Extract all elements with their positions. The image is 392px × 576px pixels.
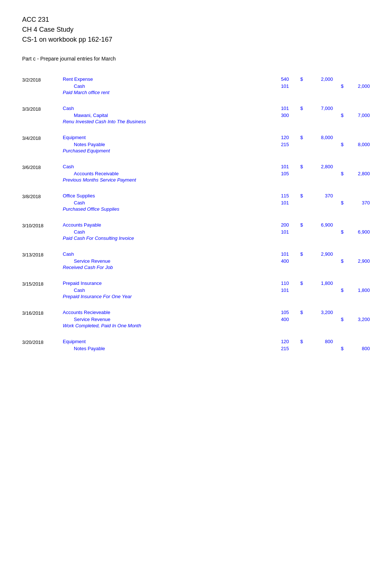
- entry-description-row: Paid March office rent: [22, 90, 370, 95]
- account-ref: 540: [274, 76, 296, 82]
- account-ref: 120: [274, 135, 296, 140]
- entry-description: Paid March office rent: [63, 90, 109, 95]
- account-ref: 400: [274, 258, 296, 264]
- account-ref: 101: [274, 83, 296, 89]
- account-ref: 101: [274, 229, 296, 235]
- description-spacer: [22, 119, 63, 124]
- entry-date: [22, 142, 63, 142]
- entry-row: 3/3/2018Cash101$7,000: [22, 106, 370, 112]
- page-header: ACC 231 CH 4 Case Study CS-1 on workbook…: [22, 15, 370, 45]
- credit-dollar-sign: $: [333, 258, 344, 264]
- debit-amount: 3,200: [307, 310, 333, 315]
- account-name: Cash: [63, 251, 274, 257]
- title-line2: CH 4 Case Study: [22, 25, 370, 35]
- credit-dollar-sign: $: [333, 287, 344, 293]
- account-name: Rent Expense: [63, 76, 274, 82]
- entry-date: 3/6/2018: [22, 164, 63, 170]
- account-ref: 300: [274, 113, 296, 118]
- entry-block: 3/8/2018Office Supplies115$370Cash101$37…: [22, 193, 370, 212]
- entry-description-row: Purchased Equipment: [22, 148, 370, 154]
- debit-dollar-sign: $: [296, 280, 307, 286]
- debit-dollar-sign: $: [296, 310, 307, 315]
- entry-description-row: Purchased Office Supplies: [22, 206, 370, 212]
- entry-block: 3/15/2018Prepaid Insurance110$1,800Cash1…: [22, 280, 370, 299]
- credit-dollar-sign: $: [333, 113, 344, 118]
- account-ref: 215: [274, 142, 296, 147]
- entry-row: Cash101$370: [22, 200, 370, 206]
- entry-description-row: Received Cash For Job: [22, 265, 370, 270]
- entry-row: Service Revenue400$3,200: [22, 317, 370, 322]
- description-spacer: [22, 265, 63, 270]
- credit-amount: 8,000: [344, 142, 370, 147]
- debit-amount: 2,900: [307, 251, 333, 257]
- account-ref: 110: [274, 280, 296, 286]
- debit-dollar-sign: $: [296, 76, 307, 82]
- entry-date: 3/15/2018: [22, 280, 63, 287]
- entry-description-row: Work Completed, Paid In One Month: [22, 323, 370, 328]
- credit-amount: 6,900: [344, 229, 370, 235]
- account-name: Cash: [63, 229, 274, 235]
- entry-date: 3/4/2018: [22, 135, 63, 141]
- entry-row: Mawani, Capital300$7,000: [22, 113, 370, 118]
- debit-amount: 8,000: [307, 135, 333, 140]
- entry-date: [22, 287, 63, 288]
- account-ref: 101: [274, 164, 296, 169]
- journal-entries: 3/2/2018Rent Expense540$2,000Cash101$2,0…: [22, 76, 370, 351]
- credit-amount: 2,000: [344, 83, 370, 89]
- account-name: Notes Payable: [63, 346, 274, 351]
- subtitle: Part c - Prepare journal entries for Mar…: [22, 56, 370, 62]
- entry-description: Received Cash For Job: [63, 265, 113, 270]
- entry-row: Cash101$2,000: [22, 83, 370, 89]
- entry-description: Prepaid Insurance For One Year: [63, 294, 132, 299]
- entry-row: Service Revenue400$2,900: [22, 258, 370, 264]
- description-spacer: [22, 323, 63, 328]
- account-ref: 101: [274, 251, 296, 257]
- description-spacer: [22, 177, 63, 183]
- description-spacer: [22, 148, 63, 154]
- entry-date: [22, 83, 63, 84]
- entry-block: 3/2/2018Rent Expense540$2,000Cash101$2,0…: [22, 76, 370, 95]
- account-ref: 120: [274, 339, 296, 344]
- account-ref: 215: [274, 346, 296, 351]
- entry-row: Accounts Receivable105$2,800: [22, 171, 370, 176]
- credit-amount: 7,000: [344, 113, 370, 118]
- description-spacer: [22, 294, 63, 299]
- account-ref: 105: [274, 310, 296, 315]
- debit-dollar-sign: $: [296, 339, 307, 344]
- account-name: Service Revenue: [63, 258, 274, 264]
- debit-dollar-sign: $: [296, 164, 307, 169]
- debit-dollar-sign: $: [296, 251, 307, 257]
- entry-date: 3/8/2018: [22, 193, 63, 199]
- entry-row: 3/20/2018Equipment120$800: [22, 339, 370, 345]
- entry-row: 3/8/2018Office Supplies115$370: [22, 193, 370, 199]
- debit-amount: 2,000: [307, 76, 333, 82]
- credit-amount: 800: [344, 346, 370, 351]
- account-name: Cash: [63, 164, 274, 169]
- entry-row: Cash101$6,900: [22, 229, 370, 235]
- entry-description: Previous Months Service Payment: [63, 177, 136, 183]
- credit-amount: 3,200: [344, 317, 370, 322]
- account-name: Accounts Receivable: [63, 171, 274, 176]
- entry-description-row: Prepaid Insurance For One Year: [22, 294, 370, 299]
- entry-row: 3/2/2018Rent Expense540$2,000: [22, 76, 370, 83]
- debit-amount: 370: [307, 193, 333, 199]
- entry-date: [22, 229, 63, 230]
- credit-amount: 2,900: [344, 258, 370, 264]
- debit-dollar-sign: $: [296, 193, 307, 199]
- account-name: Cash: [63, 106, 274, 111]
- debit-dollar-sign: $: [296, 222, 307, 228]
- debit-amount: 6,900: [307, 222, 333, 228]
- entry-description: Renu Invested Cash Into The Business: [63, 119, 146, 124]
- entry-row: 3/13/2018Cash101$2,900: [22, 251, 370, 258]
- account-ref: 101: [274, 106, 296, 111]
- entry-description-row: Paid Cash For Consulting Invoice: [22, 235, 370, 241]
- credit-dollar-sign: $: [333, 200, 344, 206]
- credit-dollar-sign: $: [333, 346, 344, 351]
- account-name: Notes Payable: [63, 142, 274, 147]
- account-name: Accounts Payable: [63, 222, 274, 228]
- credit-dollar-sign: $: [333, 229, 344, 235]
- entry-description: Purchased Equipment: [63, 148, 110, 154]
- entry-block: 3/6/2018Cash101$2,800Accounts Receivable…: [22, 164, 370, 183]
- entry-block: 3/13/2018Cash101$2,900Service Revenue400…: [22, 251, 370, 270]
- account-name: Office Supplies: [63, 193, 274, 199]
